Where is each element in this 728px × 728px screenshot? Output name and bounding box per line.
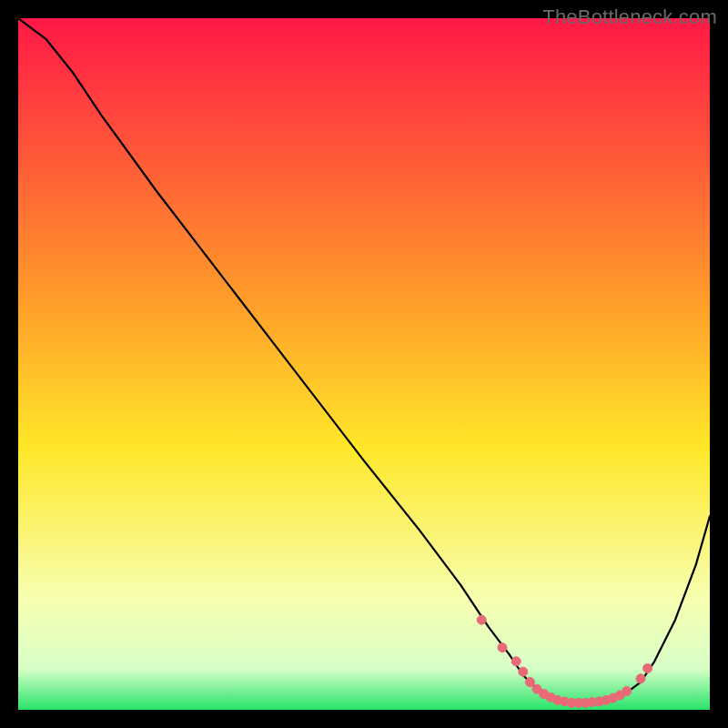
curve-marker: [636, 674, 645, 683]
curve-marker: [519, 667, 528, 676]
gradient-background: [18, 18, 710, 710]
watermark-label: TheBottleneck.com: [542, 5, 717, 29]
curve-marker: [525, 678, 534, 687]
curve-marker: [622, 687, 632, 696]
chart-frame: TheBottleneck.com: [0, 0, 728, 728]
curve-marker: [643, 663, 652, 672]
curve-marker: [477, 615, 486, 624]
curve-marker: [511, 657, 521, 666]
curve-marker: [498, 643, 507, 652]
bottleneck-chart: [18, 18, 710, 710]
